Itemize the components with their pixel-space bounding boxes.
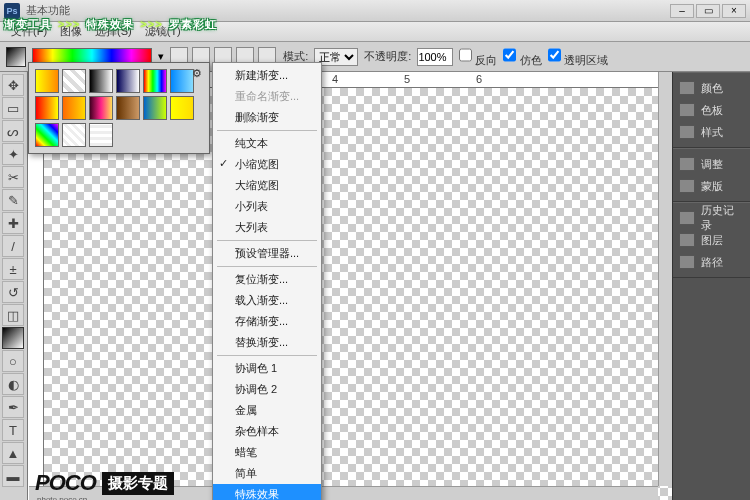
menu-item[interactable]: 存储渐变... [213, 311, 321, 332]
gradient-picker-panel: ⚙ [28, 62, 210, 154]
menu-item[interactable]: 替换渐变... [213, 332, 321, 353]
gradient-swatch[interactable] [170, 96, 194, 120]
opacity-input[interactable] [417, 48, 453, 66]
history-brush-tool[interactable]: ↺ [2, 281, 24, 303]
panel-adjust[interactable]: 调整 [673, 153, 750, 175]
menu-item[interactable]: 协调色 1 [213, 358, 321, 379]
active-tool-indicator [6, 47, 26, 67]
menu-item[interactable]: 复位渐变... [213, 269, 321, 290]
marquee-tool[interactable]: ▭ [2, 97, 24, 119]
menu-item[interactable]: 新建渐变... [213, 65, 321, 86]
gradient-swatch[interactable] [89, 96, 113, 120]
panel-dock: 颜色 色板 样式 调整 蒙版 历史记录 图层 路径 [672, 72, 750, 500]
gradient-swatch[interactable] [143, 69, 167, 93]
gradient-swatch[interactable] [116, 69, 140, 93]
menu-item[interactable]: 蜡笔 [213, 442, 321, 463]
adjust-icon [679, 157, 695, 171]
healing-tool[interactable]: ✚ [2, 212, 24, 234]
poco-url: photo.poco.cn [37, 495, 87, 500]
shape-tool[interactable]: ▬ [2, 465, 24, 487]
brush-tool[interactable]: / [2, 235, 24, 257]
gradient-swatch[interactable] [35, 123, 59, 147]
menu-item[interactable]: 载入渐变... [213, 290, 321, 311]
panel-paths[interactable]: 路径 [673, 251, 750, 273]
menu-item[interactable]: 杂色样本 [213, 421, 321, 442]
panel-swatches[interactable]: 色板 [673, 99, 750, 121]
gradient-swatch[interactable] [116, 96, 140, 120]
move-tool[interactable]: ✥ [2, 74, 24, 96]
panel-color[interactable]: 颜色 [673, 77, 750, 99]
gradient-swatch[interactable] [89, 69, 113, 93]
menu-item[interactable]: 特殊效果 [213, 484, 321, 500]
stamp-tool[interactable]: ± [2, 258, 24, 280]
menu-separator [217, 240, 317, 241]
poco-logo: POCO [35, 470, 96, 496]
toolbox: ✥ ▭ ᔕ ✦ ✂ ✎ ✚ / ± ↺ ◫ ○ ◐ ✒ T ▲ ▬ [0, 72, 28, 500]
gradient-swatch-grid [29, 63, 209, 153]
panel-styles[interactable]: 样式 [673, 121, 750, 143]
wand-tool[interactable]: ✦ [2, 143, 24, 165]
dodge-tool[interactable]: ◐ [2, 373, 24, 395]
gradient-swatch[interactable] [62, 96, 86, 120]
path-select-tool[interactable]: ▲ [2, 442, 24, 464]
crop-tool[interactable]: ✂ [2, 166, 24, 188]
lasso-tool[interactable]: ᔕ [2, 120, 24, 142]
swatch-icon [679, 103, 695, 117]
gradient-tool[interactable] [2, 327, 24, 349]
menu-item[interactable]: 金属 [213, 400, 321, 421]
menu-separator [217, 266, 317, 267]
gradient-swatch[interactable] [62, 123, 86, 147]
type-tool[interactable]: T [2, 419, 24, 441]
gradient-swatch[interactable] [143, 96, 167, 120]
reverse-checkbox[interactable]: 反向 [459, 46, 497, 68]
gear-icon[interactable]: ⚙ [189, 67, 205, 83]
scrollbar-vertical[interactable] [658, 72, 672, 486]
poco-cn-label: 摄影专题 [102, 472, 174, 495]
panel-masks[interactable]: 蒙版 [673, 175, 750, 197]
window-max-button[interactable]: ▭ [696, 4, 720, 18]
eraser-tool[interactable]: ◫ [2, 304, 24, 326]
eyedropper-tool[interactable]: ✎ [2, 189, 24, 211]
menu-item[interactable]: 小缩览图 [213, 154, 321, 175]
menu-item[interactable]: 预设管理器... [213, 243, 321, 264]
window-min-button[interactable]: – [670, 4, 694, 18]
menu-separator [217, 355, 317, 356]
opacity-label: 不透明度: [364, 49, 411, 64]
gradient-flyout-menu: 新建渐变...重命名渐变...删除渐变纯文本小缩览图大缩览图小列表大列表预设管理… [212, 62, 322, 500]
mask-icon [679, 179, 695, 193]
blur-tool[interactable]: ○ [2, 350, 24, 372]
palette-icon [679, 81, 695, 95]
menu-item: 重命名渐变... [213, 86, 321, 107]
menu-item[interactable]: 纯文本 [213, 133, 321, 154]
pen-tool[interactable]: ✒ [2, 396, 24, 418]
layers-icon [679, 233, 695, 247]
menu-separator [217, 130, 317, 131]
menu-item[interactable]: 简单 [213, 463, 321, 484]
menu-item[interactable]: 删除渐变 [213, 107, 321, 128]
menu-item[interactable]: 小列表 [213, 196, 321, 217]
watermark: POCO 摄影专题 photo.poco.cn [35, 470, 174, 496]
menu-item[interactable]: 大缩览图 [213, 175, 321, 196]
styles-icon [679, 125, 695, 139]
menu-item[interactable]: 大列表 [213, 217, 321, 238]
gradient-swatch[interactable] [35, 96, 59, 120]
paths-icon [679, 255, 695, 269]
history-icon [679, 211, 695, 225]
gradient-swatch[interactable] [89, 123, 113, 147]
window-close-button[interactable]: × [722, 4, 746, 18]
gradient-swatch[interactable] [62, 69, 86, 93]
transparency-checkbox[interactable]: 透明区域 [548, 46, 608, 68]
panel-history[interactable]: 历史记录 [673, 207, 750, 229]
dither-checkbox[interactable]: 仿色 [503, 46, 541, 68]
menu-item[interactable]: 协调色 2 [213, 379, 321, 400]
gradient-swatch[interactable] [35, 69, 59, 93]
tutorial-breadcrumb: 渐变工具>>>特殊效果>>>罗素彩虹 [4, 4, 217, 35]
